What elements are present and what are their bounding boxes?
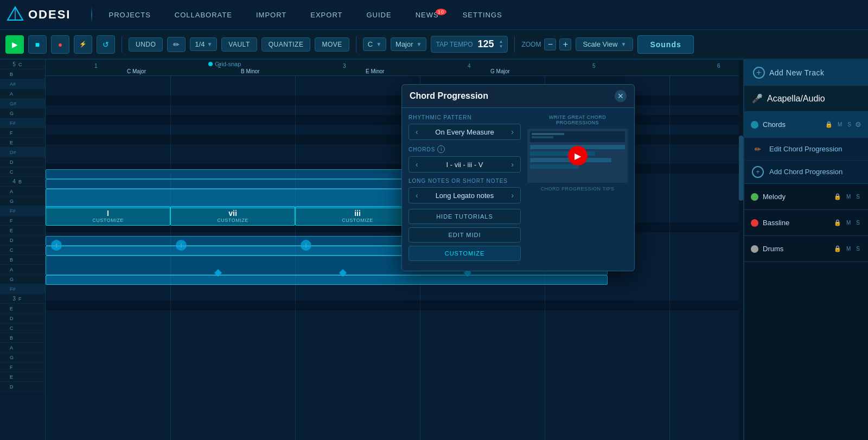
nav-projects[interactable]: PROJECTS <box>97 8 162 22</box>
video-thumbnail[interactable]: ▶ <box>527 129 628 183</box>
nav-guide[interactable]: GUIDE <box>354 8 403 22</box>
scale-view-button[interactable]: Scale View ▼ <box>576 37 633 51</box>
bassline-lock-icon[interactable]: 🔒 <box>833 218 843 227</box>
chords-gear-icon[interactable]: ⚙ <box>855 120 861 129</box>
customize-button[interactable]: CUSTOMIZE <box>409 246 521 261</box>
play-button[interactable]: ▶ <box>5 35 24 54</box>
piano-key-27: C <box>0 323 45 333</box>
undo-button[interactable]: UNDO <box>129 37 163 52</box>
rhythmic-pattern-selector[interactable]: ‹ On Every Measure › <box>409 124 521 140</box>
piano-key-13: A <box>0 187 45 196</box>
piano-key-18: D <box>0 235 45 245</box>
add-chord-label: Add Chord Progression <box>769 168 843 176</box>
modal-close-button[interactable]: ✕ <box>615 90 627 102</box>
nav-import[interactable]: IMPORT <box>244 8 298 22</box>
sounds-button[interactable]: Sounds <box>637 35 693 54</box>
add-new-track-button[interactable]: + Add New Track <box>744 60 868 86</box>
piano-key-10: D <box>0 157 45 167</box>
customize-i: CUSTOMIZE <box>92 218 123 223</box>
chord-segment-i[interactable]: I CUSTOMIZE <box>46 206 170 226</box>
vault-button[interactable]: VAULT <box>221 37 257 52</box>
metronome-button[interactable]: ⚡ <box>74 35 92 54</box>
melody-s-button[interactable]: S <box>854 193 861 201</box>
bassline-s-button[interactable]: S <box>854 219 861 227</box>
edit-pencil-icon: ✏ <box>752 143 764 155</box>
piano-key-32: E <box>0 372 45 382</box>
melody-track[interactable]: Melody 🔒 M S <box>744 184 868 210</box>
chords-lock-icon[interactable]: 🔒 <box>824 120 834 129</box>
notes-prev-arrow[interactable]: ‹ <box>413 191 420 200</box>
track-grid[interactable]: I CUSTOMIZE vii CUSTOMIZE iii CUSTOMIZE … <box>46 76 743 440</box>
drums-m-button[interactable]: M <box>845 245 852 253</box>
piano-key-8: E <box>0 138 45 148</box>
rhythmic-next-arrow[interactable]: › <box>509 127 516 136</box>
record-button[interactable]: ● <box>51 35 69 54</box>
marker-5: 5 <box>592 63 596 69</box>
nav-export[interactable]: EXPORT <box>298 8 354 22</box>
chords-value: I - vii - iii - V <box>424 161 506 169</box>
piano-key-1: B <box>0 69 45 79</box>
video-play-button[interactable]: ▶ <box>568 146 588 165</box>
stop-button[interactable]: ■ <box>28 35 47 54</box>
nav-collaborate[interactable]: COLLABORATE <box>163 8 244 22</box>
tap-tempo[interactable]: TAP TEMPO 125 ▲ ▼ <box>431 36 508 53</box>
chords-next-arrow[interactable]: › <box>509 160 516 169</box>
mic-icon: 🎤 <box>752 93 763 104</box>
nav-settings[interactable]: SETTINGS <box>451 8 514 22</box>
key-select[interactable]: C ▼ <box>363 37 386 51</box>
zoom-out-button[interactable]: − <box>544 39 556 50</box>
chords-m-button[interactable]: M <box>836 120 844 129</box>
piano-key-12: 4B <box>0 177 45 187</box>
modal-body: RHYTHMIC PATTERN ‹ On Every Measure › CH… <box>402 108 634 271</box>
notes-label: LONG NOTES OR SHORT NOTES <box>409 178 521 184</box>
scale-select[interactable]: Major ▼ <box>391 37 426 51</box>
pencil-button[interactable]: ✏ <box>167 37 186 52</box>
move-button[interactable]: MOVE <box>315 37 349 52</box>
tempo-up[interactable]: ▲ <box>499 40 503 44</box>
drums-controls: 🔒 M S <box>833 244 861 253</box>
rhythmic-prev-arrow[interactable]: ‹ <box>413 127 420 136</box>
chords-prev-arrow[interactable]: ‹ <box>413 160 420 169</box>
piano-key-23: F# <box>0 284 45 294</box>
svg-rect-5 <box>532 133 564 135</box>
scrollbar-thumb[interactable] <box>739 136 743 201</box>
bassline-m-button[interactable]: M <box>845 219 852 227</box>
modal-left: RHYTHMIC PATTERN ‹ On Every Measure › CH… <box>409 114 521 264</box>
time-sig[interactable]: 1/4 ▼ <box>190 37 217 51</box>
quantize-button[interactable]: QUANTIZE <box>261 37 311 52</box>
piano-key-15: F# <box>0 206 45 216</box>
edit-midi-button[interactable]: EDIT MIDI <box>409 227 521 243</box>
edit-chord-progression-button[interactable]: ✏ Edit Chord Progression <box>744 138 868 161</box>
drums-s-button[interactable]: S <box>854 245 861 253</box>
customize-vii: CUSTOMIZE <box>217 218 248 223</box>
chords-selector[interactable]: ‹ I - vii - iii - V › <box>409 156 521 173</box>
chords-s-button[interactable]: S <box>846 120 853 129</box>
time-sig-arrow[interactable]: ▼ <box>207 41 212 47</box>
piano-key-22: G <box>0 275 45 284</box>
zoom-in-button[interactable]: + <box>559 39 571 50</box>
drums-lock-icon[interactable]: 🔒 <box>833 244 843 253</box>
nav-news[interactable]: NEWS 10 <box>404 8 451 22</box>
melody-lock-icon[interactable]: 🔒 <box>833 192 843 201</box>
chord-segment-vii[interactable]: vii CUSTOMIZE <box>170 206 295 226</box>
bassline-track[interactable]: Bassline 🔒 M S <box>744 210 868 236</box>
chords-track-header[interactable]: Chords 🔒 M S ⚙ <box>744 112 868 138</box>
scrollbar-v[interactable] <box>739 60 743 440</box>
melody-m-button[interactable]: M <box>845 193 852 201</box>
modal-header: Chord Progression ✕ <box>402 85 634 108</box>
notes-selector[interactable]: ‹ Long Legato notes › <box>409 187 521 203</box>
piano-key-31: F <box>0 362 45 372</box>
tempo-down[interactable]: ▼ <box>499 44 503 49</box>
notes-next-arrow[interactable]: › <box>509 191 516 200</box>
hide-tutorials-button[interactable]: HIDE TUTORIALS <box>409 209 521 224</box>
acapella-track[interactable]: 🎤 Acapella/Audio <box>744 86 868 112</box>
piano-key-26: D <box>0 314 45 323</box>
loop-button[interactable]: ↺ <box>97 35 115 54</box>
add-chord-progression-button[interactable]: + Add Chord Progression <box>744 161 868 183</box>
chord-label-e: E Minor <box>366 68 384 74</box>
drums-track[interactable]: Drums 🔒 M S <box>744 236 868 262</box>
track-area[interactable]: 1 C Major 2 B Minor 3 E Minor 4 G Major … <box>46 60 743 440</box>
piano-key-5: G <box>0 109 45 118</box>
piano-key-0: 5C <box>0 60 45 69</box>
chord-name-vii: vii <box>228 209 237 218</box>
